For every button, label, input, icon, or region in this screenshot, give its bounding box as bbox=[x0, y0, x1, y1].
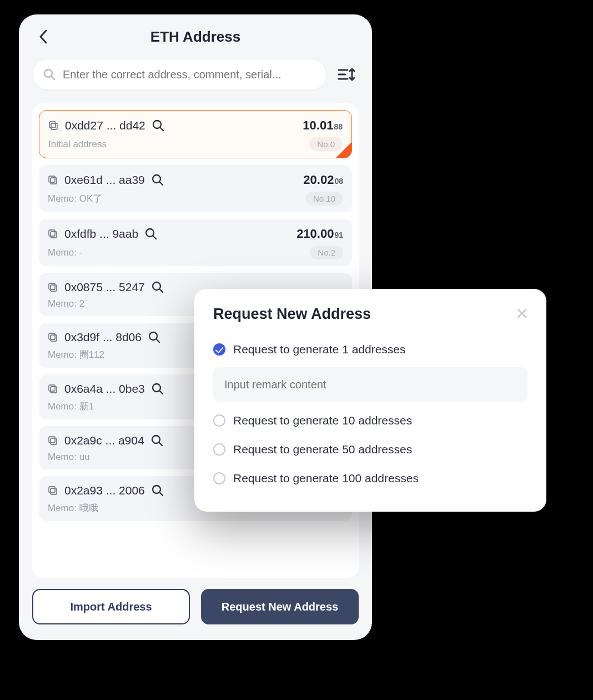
svg-rect-33 bbox=[51, 488, 57, 494]
remark-input[interactable] bbox=[224, 378, 516, 391]
modal-title: Request New Address bbox=[213, 306, 371, 323]
copy-icon[interactable] bbox=[48, 121, 58, 131]
memo-text: Memo: OK了 bbox=[48, 192, 102, 205]
svg-line-32 bbox=[159, 443, 162, 446]
generate-option[interactable]: Request to generate 1 addresses bbox=[213, 335, 527, 364]
svg-rect-26 bbox=[49, 385, 55, 391]
sort-button[interactable] bbox=[334, 62, 359, 87]
svg-rect-25 bbox=[51, 387, 57, 393]
memo-text: Memo: - bbox=[48, 247, 82, 258]
generate-option[interactable]: Request to generate 10 addresses bbox=[213, 406, 527, 435]
back-button[interactable] bbox=[32, 26, 54, 48]
generate-option[interactable]: Request to generate 50 addresses bbox=[213, 435, 527, 464]
option-label: Request to generate 50 addresses bbox=[233, 443, 412, 456]
svg-line-16 bbox=[153, 236, 157, 239]
svg-rect-34 bbox=[49, 487, 55, 493]
option-label: Request to generate 100 addresses bbox=[233, 472, 419, 485]
memo-text: Memo: 圈112 bbox=[48, 348, 104, 361]
modal-header: Request New Address bbox=[213, 306, 527, 323]
svg-rect-29 bbox=[51, 438, 57, 444]
memo-text: Memo: 2 bbox=[48, 298, 84, 309]
generate-option[interactable]: Request to generate 100 addresses bbox=[213, 464, 527, 493]
svg-rect-30 bbox=[49, 437, 55, 443]
svg-rect-22 bbox=[49, 333, 55, 339]
chevron-left-icon bbox=[38, 29, 48, 44]
address-text: 0x0875 ... 5247 bbox=[64, 281, 145, 294]
request-new-address-modal: Request New Address Request to generate … bbox=[194, 289, 546, 512]
search-row bbox=[19, 52, 372, 94]
header: ETH Address bbox=[19, 14, 372, 52]
view-icon[interactable] bbox=[152, 281, 164, 293]
search-input[interactable] bbox=[63, 68, 316, 81]
view-icon[interactable] bbox=[148, 331, 160, 343]
address-text: 0x6a4a ... 0be3 bbox=[64, 382, 145, 396]
option-label: Request to generate 10 addresses bbox=[233, 414, 412, 427]
svg-rect-21 bbox=[51, 335, 57, 341]
page-title: ETH Address bbox=[19, 28, 372, 46]
address-text: 0x2a9c ... a904 bbox=[64, 434, 144, 447]
serial-badge: No.2 bbox=[310, 246, 343, 259]
balance: 10.0188 bbox=[303, 118, 343, 133]
option-label: Request to generate 1 addresses bbox=[233, 343, 406, 356]
sort-icon bbox=[338, 67, 355, 82]
address-card[interactable]: 0xdd27 ... dd4210.0188Initial addressNo.… bbox=[39, 110, 352, 158]
svg-line-24 bbox=[156, 339, 159, 343]
view-icon[interactable] bbox=[152, 119, 164, 132]
balance: 210.0091 bbox=[296, 227, 343, 241]
address-text: 0x2a93 ... 2006 bbox=[64, 484, 145, 497]
svg-line-8 bbox=[160, 128, 163, 131]
memo-text: Initial address bbox=[48, 139, 107, 150]
svg-rect-14 bbox=[49, 230, 55, 236]
remark-field[interactable] bbox=[213, 367, 527, 402]
address-text: 0x3d9f ... 8d06 bbox=[64, 331, 142, 344]
close-button[interactable] bbox=[516, 307, 527, 322]
svg-rect-17 bbox=[51, 285, 57, 291]
radio-checked-icon[interactable] bbox=[213, 343, 225, 356]
copy-icon[interactable] bbox=[48, 486, 58, 496]
memo-text: Memo: uu bbox=[48, 452, 90, 463]
request-new-address-button[interactable]: Request New Address bbox=[201, 589, 359, 624]
memo-text: Memo: 哦哦 bbox=[48, 502, 98, 514]
address-text: 0xfdfb ... 9aab bbox=[64, 227, 138, 241]
svg-rect-13 bbox=[51, 232, 57, 238]
close-icon bbox=[516, 308, 527, 319]
view-icon[interactable] bbox=[151, 434, 163, 447]
address-text: 0xe61d ... aa39 bbox=[64, 173, 145, 187]
view-icon[interactable] bbox=[145, 228, 157, 240]
address-card[interactable]: 0xfdfb ... 9aab210.0091Memo: -No.2 bbox=[39, 219, 352, 266]
search-icon bbox=[43, 68, 56, 81]
footer: Import Address Request New Address bbox=[19, 578, 372, 640]
svg-rect-18 bbox=[49, 283, 55, 289]
svg-line-28 bbox=[159, 391, 163, 394]
copy-icon[interactable] bbox=[48, 282, 58, 292]
copy-icon[interactable] bbox=[48, 384, 58, 394]
copy-icon[interactable] bbox=[48, 175, 58, 185]
svg-line-36 bbox=[159, 493, 163, 496]
svg-line-12 bbox=[159, 182, 163, 186]
address-text: 0xdd27 ... dd42 bbox=[65, 119, 145, 132]
view-icon[interactable] bbox=[152, 174, 164, 186]
svg-rect-6 bbox=[49, 122, 56, 128]
serial-badge: No.0 bbox=[309, 137, 343, 151]
memo-text: Memo: 新1 bbox=[48, 400, 94, 413]
balance: 20.0208 bbox=[303, 173, 343, 187]
serial-badge: No.10 bbox=[305, 192, 343, 206]
search-box[interactable] bbox=[32, 59, 326, 90]
svg-rect-10 bbox=[49, 176, 55, 182]
svg-line-1 bbox=[52, 77, 55, 80]
svg-rect-5 bbox=[51, 123, 57, 129]
radio-unchecked-icon[interactable] bbox=[213, 443, 225, 456]
copy-icon[interactable] bbox=[48, 436, 58, 446]
view-icon[interactable] bbox=[152, 383, 164, 395]
copy-icon[interactable] bbox=[48, 332, 58, 342]
svg-line-20 bbox=[159, 289, 163, 293]
copy-icon[interactable] bbox=[48, 229, 58, 239]
view-icon[interactable] bbox=[152, 484, 164, 497]
import-address-button[interactable]: Import Address bbox=[32, 589, 190, 624]
radio-unchecked-icon[interactable] bbox=[213, 414, 225, 427]
radio-unchecked-icon[interactable] bbox=[213, 472, 225, 484]
address-card[interactable]: 0xe61d ... aa3920.0208Memo: OK了No.10 bbox=[39, 165, 352, 212]
svg-rect-9 bbox=[51, 178, 57, 184]
